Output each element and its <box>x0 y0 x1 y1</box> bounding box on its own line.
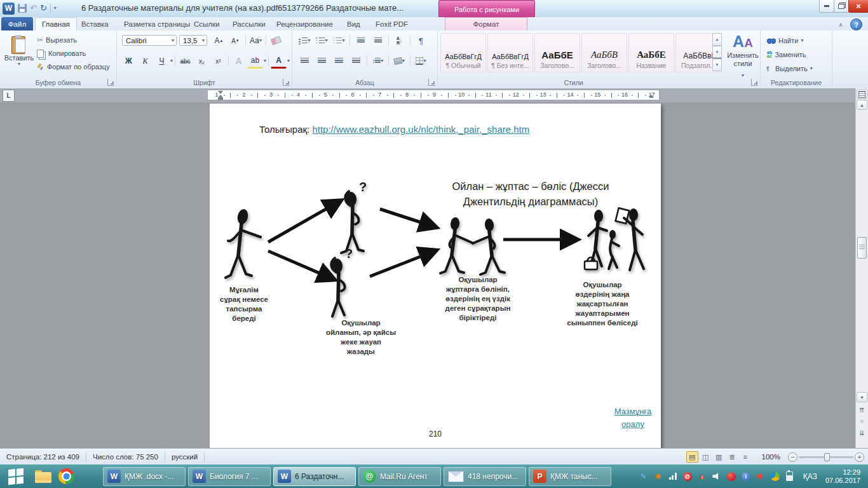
next-page-icon[interactable]: ⇊ <box>857 428 867 438</box>
shrink-font-button[interactable]: А▼ <box>227 34 243 48</box>
font-color-dropdown-icon[interactable]: ▾ <box>287 58 290 64</box>
tray-agent-icon[interactable]: i <box>741 471 751 482</box>
start-button[interactable] <box>0 464 32 488</box>
view-outline-icon[interactable]: ≣ <box>726 451 738 463</box>
gallery-more-icon[interactable]: ▼ <box>712 58 722 71</box>
taskbar-item-mailru-agent[interactable]: @ Mail.Ru Агент <box>358 467 441 486</box>
gallery-scroll-up-icon[interactable]: ▲ <box>712 33 722 46</box>
tray-volume-icon[interactable] <box>712 471 722 482</box>
font-name-select[interactable]: Calibri ▾ <box>122 35 177 46</box>
zoom-slider[interactable] <box>799 456 853 458</box>
word-app-icon[interactable]: W <box>3 3 15 15</box>
close-button[interactable]: × <box>848 0 868 13</box>
left-indent-marker[interactable] <box>218 98 223 100</box>
scroll-down-icon[interactable]: ▼ <box>857 392 867 402</box>
status-language[interactable]: русский <box>165 449 204 465</box>
borders-button[interactable]: ▾ <box>413 54 429 68</box>
zoom-in-icon[interactable]: + <box>855 452 864 462</box>
align-right-button[interactable] <box>331 54 347 68</box>
style-item-title[interactable]: АаБбЕ Название <box>628 33 674 72</box>
multilevel-list-button[interactable]: ▾ <box>331 34 347 48</box>
style-item-heading1[interactable]: АаБбЕ Заголово... <box>534 33 580 72</box>
gallery-scroll-down-icon[interactable]: ▼ <box>712 46 722 58</box>
save-icon[interactable] <box>18 4 27 13</box>
show-marks-button[interactable]: ¶ <box>413 34 429 48</box>
back-to-contents-link[interactable]: Мазмұнға оралу <box>609 405 657 431</box>
justify-button[interactable] <box>348 54 364 68</box>
taskbar-clock[interactable]: 12:29 07.06.2017 <box>825 468 863 485</box>
italic-button[interactable]: К <box>137 54 153 68</box>
highlight-button[interactable]: ab <box>247 53 263 69</box>
decrease-indent-button[interactable] <box>353 34 369 48</box>
scroll-up-icon[interactable]: ▲ <box>857 100 867 110</box>
tray-pen-icon[interactable]: ✎ <box>639 471 649 482</box>
vertical-scrollbar[interactable]: ▲ ▼ ⇈ ○ ⇊ <box>855 88 868 448</box>
ruler-toggle-button[interactable] <box>857 89 867 99</box>
restore-button[interactable] <box>834 0 849 13</box>
tray-battery-icon[interactable] <box>785 471 795 482</box>
tab-home[interactable]: Главная <box>35 17 77 30</box>
chrome-icon[interactable] <box>55 464 78 488</box>
select-browse-object-icon[interactable]: ○ <box>857 416 867 426</box>
change-case-button[interactable]: Аа▾ <box>248 34 264 48</box>
zoom-slider-thumb[interactable] <box>824 453 830 461</box>
find-button[interactable]: Найти ▾ <box>767 34 803 47</box>
collapse-ribbon-icon[interactable]: ∧ <box>835 19 846 30</box>
line-spacing-button[interactable]: ↕▾ <box>370 54 386 68</box>
tray-warning-icon[interactable]: ▲! <box>697 471 707 482</box>
change-styles-button[interactable]: АА Изменить стили ▾ <box>727 33 759 79</box>
font-dialog-launcher-icon[interactable] <box>283 79 290 86</box>
superscript-button[interactable]: x² <box>210 54 226 68</box>
format-painter-button[interactable]: Формат по образцу <box>37 60 110 73</box>
clear-formatting-button[interactable] <box>268 34 284 48</box>
tab-foxit-pdf[interactable]: Foxit PDF <box>369 17 414 30</box>
view-fullscreen-reading-icon[interactable]: ◫ <box>700 451 712 463</box>
tray-sound-alert-icon[interactable] <box>756 471 766 482</box>
tab-page-layout[interactable]: Разметка страницы <box>118 17 196 30</box>
view-draft-icon[interactable]: ≡ <box>740 451 752 463</box>
view-print-layout-icon[interactable]: ▤ <box>686 451 698 463</box>
tray-network-icon[interactable] <box>668 471 678 482</box>
tab-insert[interactable]: Вставка <box>75 17 115 30</box>
tray-antivirus-icon[interactable]: ✱ <box>653 471 663 482</box>
cut-button[interactable]: ✂ Вырезать <box>37 34 77 46</box>
select-button[interactable]: Выделить ▾ <box>767 62 813 75</box>
replace-button[interactable]: abac Заменить <box>767 48 806 61</box>
underline-button[interactable]: Ч <box>154 54 170 68</box>
style-item-no-spacing[interactable]: АаБбВвГгД ¶ Без инте... <box>487 33 533 72</box>
tray-mailru-icon[interactable]: @ <box>682 471 693 482</box>
style-item-heading2[interactable]: АаБбВ Заголово... <box>581 33 627 72</box>
taskbar-item-word-2[interactable]: W Биология 7 ... <box>188 467 271 486</box>
redo-icon[interactable]: ↻ <box>40 2 47 15</box>
copy-button[interactable]: Копировать <box>37 47 86 60</box>
underline-dropdown-icon[interactable]: ▾ <box>170 58 173 64</box>
first-line-indent-marker[interactable] <box>218 91 223 94</box>
numbering-button[interactable]: ▾ <box>314 34 330 48</box>
sort-button[interactable]: АЯ ↓ <box>391 34 407 48</box>
highlight-dropdown-icon[interactable]: ▾ <box>264 58 266 64</box>
clipboard-dialog-launcher-icon[interactable] <box>107 79 114 86</box>
minimize-button[interactable] <box>819 0 834 13</box>
zoom-out-icon[interactable]: − <box>788 452 797 462</box>
taskbar-item-word-active[interactable]: W 6 Раздаточн... <box>273 467 356 486</box>
document-hyperlink[interactable]: http://www.eazhull.org.uk/nlc/think,_pai… <box>312 124 529 135</box>
font-size-select[interactable]: 13,5 ▾ <box>179 35 207 46</box>
taskbar-item-word-1[interactable]: W ҚМЖ .docx -... <box>103 467 186 486</box>
view-web-layout-icon[interactable]: ▥ <box>713 451 725 463</box>
bold-button[interactable]: Ж <box>121 54 137 68</box>
tab-picture-format[interactable]: Формат <box>445 17 527 30</box>
status-word-count[interactable]: Число слов: 75 250 <box>86 449 165 465</box>
tab-stop-selector[interactable]: L <box>3 90 15 102</box>
bullets-button[interactable]: ▾ <box>297 34 313 48</box>
align-center-button[interactable] <box>314 54 330 68</box>
tab-file[interactable]: Файл <box>1 17 33 30</box>
font-color-button[interactable]: А <box>271 53 287 69</box>
style-item-normal[interactable]: АаБбВвГгД ¶ Обычный <box>440 33 486 72</box>
grow-font-button[interactable]: А▲ <box>211 34 227 48</box>
taskbar-item-mail[interactable]: 418 непрочи... <box>444 467 526 486</box>
scrollbar-thumb[interactable] <box>857 237 867 259</box>
tab-review[interactable]: Рецензирование <box>270 17 339 30</box>
status-page[interactable]: Страница: 212 из 409 <box>0 449 86 465</box>
document-area[interactable]: Толығырақ: http://www.eazhull.org.uk/nlc… <box>0 102 868 448</box>
increase-indent-button[interactable] <box>370 34 386 48</box>
